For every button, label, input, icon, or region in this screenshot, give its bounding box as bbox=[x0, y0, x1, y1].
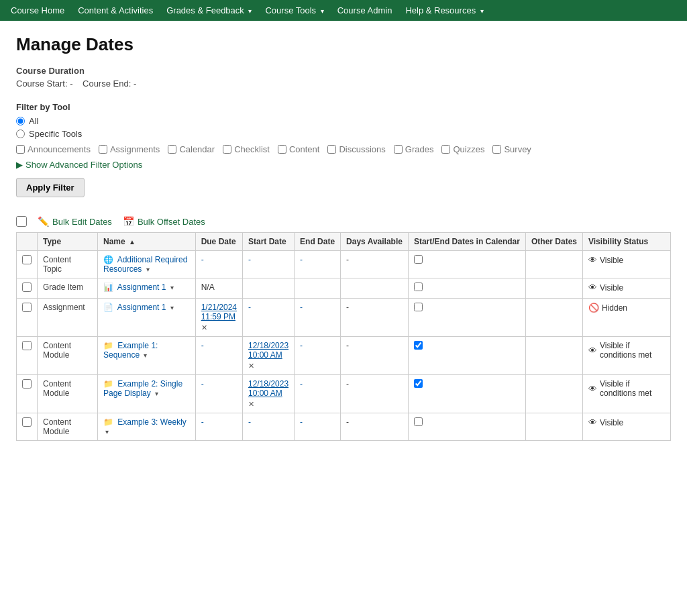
dropdown-icon-1[interactable]: ▾ bbox=[146, 266, 150, 273]
tool-discussions[interactable]: Discussions bbox=[327, 144, 385, 154]
tool-quizzes[interactable]: Quizzes bbox=[441, 144, 484, 154]
checkbox-assignments[interactable] bbox=[99, 145, 107, 154]
name-link-1[interactable]: Additional Required Resources bbox=[103, 255, 187, 274]
bulk-actions-row: ✏️ Bulk Edit Dates 📅 Bulk Offset Dates bbox=[16, 216, 671, 227]
dates-table: Type Name ▲ Due Date Start Date End Date… bbox=[16, 232, 671, 441]
end-date-cell-5: - bbox=[295, 375, 341, 413]
add-due-date-5[interactable]: - bbox=[201, 379, 204, 389]
visibility-label-1: Visible bbox=[600, 256, 623, 265]
calendar-cell-6 bbox=[408, 413, 525, 441]
remove-due-date-3[interactable]: ✕ bbox=[201, 323, 237, 332]
start-date-link-5[interactable]: 12/18/202310:00 AM bbox=[248, 379, 288, 398]
tool-checklist[interactable]: Checklist bbox=[223, 144, 270, 154]
folder-icon-4: 📁 bbox=[103, 341, 113, 350]
add-due-date-6[interactable]: - bbox=[201, 417, 204, 427]
bulk-offset-dates-button[interactable]: 📅 Bulk Offset Dates bbox=[123, 216, 205, 227]
row-checkbox-2[interactable] bbox=[22, 283, 32, 292]
start-date-link-4[interactable]: 12/18/202310:00 AM bbox=[248, 341, 288, 360]
name-link-3[interactable]: Assignment 1 bbox=[117, 303, 166, 312]
start-date-cell-2 bbox=[243, 278, 295, 299]
row-checkbox-4[interactable] bbox=[22, 341, 32, 350]
select-all-checkbox[interactable] bbox=[16, 216, 27, 227]
checkbox-checklist[interactable] bbox=[223, 145, 231, 154]
end-date-cell-2 bbox=[295, 278, 341, 299]
checkbox-content[interactable] bbox=[278, 145, 286, 154]
header-start-date: Start Date bbox=[243, 233, 295, 251]
checkbox-grades[interactable] bbox=[394, 145, 403, 154]
calendar-checkbox-1[interactable] bbox=[414, 255, 423, 264]
name-link-5[interactable]: Example 2: Single Page Display bbox=[103, 379, 182, 398]
table-row: Assignment 📄 Assignment 1 ▾ 1/21/202411:… bbox=[17, 299, 671, 337]
tool-survey[interactable]: Survey bbox=[492, 144, 531, 154]
other-dates-cell-4 bbox=[525, 337, 582, 375]
add-end-date-1[interactable]: - bbox=[300, 255, 303, 264]
end-date-cell-4: - bbox=[295, 337, 341, 375]
add-end-date-5[interactable]: - bbox=[300, 379, 303, 389]
name-link-6[interactable]: Example 3: Weekly bbox=[117, 417, 187, 427]
bulk-edit-dates-button[interactable]: ✏️ Bulk Edit Dates bbox=[38, 216, 112, 227]
header-type: Type bbox=[38, 233, 98, 251]
tool-content[interactable]: Content bbox=[278, 144, 320, 154]
calendar-checkbox-2[interactable] bbox=[414, 283, 423, 291]
add-start-date-3[interactable]: - bbox=[248, 303, 251, 312]
name-link-2[interactable]: Assignment 1 bbox=[117, 283, 166, 292]
apply-filter-button[interactable]: Apply Filter bbox=[16, 178, 85, 197]
dropdown-icon-3[interactable]: ▾ bbox=[170, 304, 174, 311]
radio-specific-input[interactable] bbox=[16, 130, 25, 138]
dropdown-icon-6[interactable]: ▾ bbox=[105, 428, 109, 435]
filter-all-radio[interactable]: All bbox=[16, 116, 671, 126]
radio-all-input[interactable] bbox=[16, 117, 25, 125]
add-due-date-1[interactable]: - bbox=[201, 255, 204, 264]
top-navigation: Course Home Content & Activities Grades … bbox=[0, 0, 687, 21]
calendar-checkbox-3[interactable] bbox=[414, 303, 423, 311]
checkbox-quizzes[interactable] bbox=[441, 145, 450, 154]
filter-specific-radio[interactable]: Specific Tools bbox=[16, 129, 671, 139]
nav-course-tools[interactable]: Course Tools ▾ bbox=[265, 5, 323, 15]
globe-icon: 🌐 bbox=[103, 255, 113, 264]
row-checkbox-6[interactable] bbox=[22, 417, 32, 427]
dropdown-icon-4[interactable]: ▾ bbox=[144, 352, 147, 359]
nav-help-resources[interactable]: Help & Resources ▾ bbox=[405, 5, 483, 15]
add-start-date-6[interactable]: - bbox=[248, 417, 251, 427]
end-date-cell-3: - bbox=[295, 299, 341, 337]
calendar-cell-1 bbox=[408, 251, 525, 278]
dropdown-icon-2[interactable]: ▾ bbox=[170, 284, 174, 291]
row-checkbox-5[interactable] bbox=[22, 379, 32, 389]
visibility-label-6: Visible bbox=[600, 418, 623, 427]
nav-grades-feedback[interactable]: Grades & Feedback ▾ bbox=[166, 5, 252, 15]
row-checkbox-3[interactable] bbox=[22, 303, 32, 312]
calendar-cell-5 bbox=[408, 375, 525, 413]
remove-start-date-5[interactable]: ✕ bbox=[248, 400, 288, 409]
add-end-date-4[interactable]: - bbox=[300, 341, 303, 350]
calendar-checkbox-5[interactable] bbox=[414, 379, 423, 388]
advanced-filter-link[interactable]: ▶ Show Advanced Filter Options bbox=[16, 160, 671, 170]
add-start-date-1[interactable]: - bbox=[248, 255, 251, 264]
visibility-cell-4: 👁 Visible if conditions met bbox=[583, 337, 671, 375]
add-end-date-6[interactable]: - bbox=[300, 417, 303, 427]
tool-announcements[interactable]: Announcements bbox=[16, 144, 91, 154]
remove-start-date-4[interactable]: ✕ bbox=[248, 362, 288, 370]
eye-icon-2: 👁 bbox=[588, 283, 597, 293]
other-dates-cell-6 bbox=[525, 413, 582, 441]
visibility-cell-6: 👁 Visible bbox=[583, 413, 671, 441]
checkbox-announcements[interactable] bbox=[16, 145, 25, 154]
calendar-checkbox-4[interactable] bbox=[414, 341, 423, 350]
due-date-link-3[interactable]: 1/21/202411:59 PM bbox=[201, 303, 237, 321]
checkbox-calendar[interactable] bbox=[168, 145, 176, 154]
row-checkbox-1[interactable] bbox=[22, 255, 32, 264]
add-due-date-4[interactable]: - bbox=[201, 341, 204, 350]
tool-grades[interactable]: Grades bbox=[394, 144, 434, 154]
tool-assignments[interactable]: Assignments bbox=[99, 144, 160, 154]
start-date-cell-1: - bbox=[243, 251, 295, 278]
checkbox-survey[interactable] bbox=[492, 145, 501, 154]
calendar-checkbox-6[interactable] bbox=[414, 417, 423, 426]
add-end-date-3[interactable]: - bbox=[300, 303, 303, 312]
nav-course-admin[interactable]: Course Admin bbox=[337, 5, 392, 15]
checkbox-discussions[interactable] bbox=[327, 145, 336, 154]
name-cell-2: 📊 Assignment 1 ▾ bbox=[98, 278, 196, 299]
nav-course-home[interactable]: Course Home bbox=[11, 5, 64, 15]
tool-calendar[interactable]: Calendar bbox=[168, 144, 215, 154]
due-date-cell-6: - bbox=[195, 413, 242, 441]
dropdown-icon-5[interactable]: ▾ bbox=[155, 390, 158, 397]
nav-content-activities[interactable]: Content & Activities bbox=[78, 5, 153, 15]
